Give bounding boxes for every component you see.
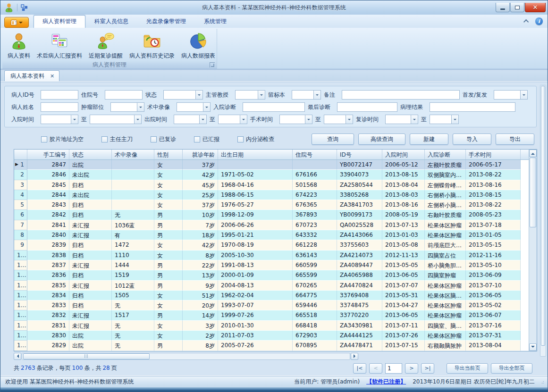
page-number-input[interactable] bbox=[385, 363, 402, 374]
table-row[interactable]: 122836归档1519男13岁2000-01-09665599ZA406598… bbox=[14, 270, 537, 280]
column-header-admit_diagnosis[interactable]: 入院诊断 bbox=[425, 150, 466, 159]
filter-combo-1-2[interactable] bbox=[177, 102, 211, 112]
last-page-button[interactable]: >| bbox=[421, 363, 434, 374]
filter-combo-2-0[interactable] bbox=[41, 115, 78, 124]
filter-combo-1-1[interactable] bbox=[110, 102, 144, 112]
scroll-up-icon[interactable] bbox=[529, 150, 537, 157]
info-icon[interactable]: i bbox=[535, 17, 543, 25]
checkbox-box-icon[interactable] bbox=[151, 136, 157, 142]
ribbon-tab-1[interactable]: 科室人员信息 bbox=[85, 15, 137, 28]
table-row[interactable]: 52843归档女37岁1976-05-27676365ZA38417032013… bbox=[14, 200, 537, 210]
filter-input-1-3[interactable] bbox=[243, 102, 305, 112]
column-header-num[interactable] bbox=[14, 150, 27, 159]
column-header-age[interactable]: 就诊年龄 bbox=[183, 150, 218, 159]
registration-link[interactable]: 【软件已注册】 bbox=[366, 378, 406, 386]
ribbon-button-report-tables[interactable]: 术后病人汇报资料 bbox=[34, 30, 85, 61]
checkbox-0[interactable]: 胶片地址为空 bbox=[41, 135, 84, 143]
combo-arrow-icon[interactable] bbox=[203, 103, 210, 111]
scroll-down-icon[interactable] bbox=[529, 343, 537, 351]
column-header-id_no[interactable]: ID号 bbox=[337, 150, 382, 159]
horizontal-scroll-thumb[interactable] bbox=[23, 353, 150, 359]
combo-arrow-icon[interactable] bbox=[451, 115, 458, 124]
filter-input-1-5[interactable] bbox=[430, 102, 515, 112]
table-row[interactable]: 162832未汇报1517男14岁1999-07-266655183377022… bbox=[14, 310, 537, 320]
action-button-0[interactable]: 查询 bbox=[312, 133, 354, 145]
table-row[interactable]: 152833归档无女20岁1993-07-0765944633748475201… bbox=[14, 300, 537, 310]
filter-combo-2-2[interactable] bbox=[174, 115, 207, 124]
ribbon-button-patient-person[interactable]: 病人资料 bbox=[4, 30, 34, 61]
combo-arrow-icon[interactable] bbox=[520, 91, 527, 99]
checkbox-box-icon[interactable] bbox=[237, 136, 244, 142]
combo-arrow-icon[interactable] bbox=[313, 91, 320, 99]
horizontal-scroll-track[interactable] bbox=[22, 353, 350, 360]
filter-input-0-1[interactable] bbox=[105, 90, 143, 100]
ribbon-tab-2[interactable]: 光盘录像带管理 bbox=[137, 15, 195, 28]
scroll-left-icon[interactable] bbox=[14, 353, 21, 360]
export-all-pages-button[interactable]: 导出全部页 bbox=[491, 363, 532, 374]
checkbox-box-icon[interactable] bbox=[41, 136, 47, 142]
ribbon-button-person-reminder[interactable]: 近期复诊提醒 bbox=[85, 30, 126, 61]
table-row[interactable]: 62842归档无男10岁1998-12-09367893YB0099173200… bbox=[14, 210, 537, 220]
action-button-1[interactable]: 高级查询 bbox=[358, 133, 405, 145]
dialog-launcher-icon[interactable] bbox=[210, 62, 215, 67]
scroll-right-icon[interactable] bbox=[351, 353, 358, 360]
combo-arrow-icon[interactable] bbox=[137, 103, 144, 111]
vertical-scroll-track[interactable] bbox=[529, 157, 537, 343]
column-header-gender[interactable]: 性别 bbox=[154, 150, 183, 159]
tab-patient-basic-info[interactable]: 病人基本资料 ✕ bbox=[4, 70, 59, 81]
ribbon-tab-3[interactable]: 系统管理 bbox=[195, 15, 236, 28]
filter-combo-2-6[interactable] bbox=[385, 115, 418, 124]
filter-combo-2-1[interactable] bbox=[90, 115, 142, 124]
checkbox-2[interactable]: 已复诊 bbox=[151, 135, 176, 143]
quick-access-toolbar-icon[interactable] bbox=[21, 4, 28, 11]
checkbox-box-icon[interactable] bbox=[101, 136, 108, 142]
filter-combo-0-3[interactable] bbox=[235, 90, 265, 100]
table-row[interactable]: 92839归档1472女42岁1970-08-19661228337556032… bbox=[14, 240, 537, 250]
combo-arrow-icon[interactable] bbox=[199, 115, 206, 124]
table-row[interactable]: 172831未汇报无女3岁2010-01-30668418ZA343098120… bbox=[14, 321, 537, 331]
table-row[interactable]: 1▶2847出院女37岁YB00721472006-05-12左额叶胶质瘤200… bbox=[14, 160, 537, 170]
combo-arrow-icon[interactable] bbox=[411, 115, 418, 124]
ribbon-tab-0[interactable]: 病人资料管理 bbox=[34, 15, 85, 28]
table-row[interactable]: 182830出院无女2岁2011-07-03672903ZA4444125201… bbox=[14, 331, 537, 341]
table-row[interactable]: 82840未汇报有男18岁1995-01-21643332ZA414306620… bbox=[14, 230, 537, 240]
next-page-button[interactable]: > bbox=[405, 363, 418, 374]
column-header-admission_no[interactable]: 住院号 bbox=[293, 150, 337, 159]
checkbox-1[interactable]: 主任主刀 bbox=[101, 135, 133, 143]
page-vertical-scrollbar[interactable] bbox=[540, 85, 546, 357]
table-row[interactable]: 32845归档女45岁1968-04-16501568ZA25805442013… bbox=[14, 180, 537, 190]
combo-arrow-icon[interactable] bbox=[134, 115, 141, 124]
table-row[interactable]: 22846未出院女42岁1971-05-02676166339040732013… bbox=[14, 170, 537, 180]
close-button[interactable]: ✕ bbox=[525, 3, 546, 12]
column-header-surgery_date[interactable]: 手术时间 bbox=[466, 150, 521, 159]
combo-arrow-icon[interactable] bbox=[346, 115, 353, 124]
export-current-page-button[interactable]: 导出当前页 bbox=[447, 363, 488, 374]
filter-input-0-0[interactable] bbox=[41, 90, 78, 100]
table-row[interactable]: 132835未汇报1012蓝男9岁2004-08-13670265ZA44708… bbox=[14, 281, 537, 291]
action-button-3[interactable]: 导入 bbox=[453, 133, 491, 145]
table-row[interactable]: 42844未出院女25岁1988-06-15674223338052682013… bbox=[14, 190, 537, 200]
checkbox-3[interactable]: 已汇报 bbox=[194, 135, 219, 143]
table-row[interactable]: 142834归档1505女51岁1962-02-0466477533769408… bbox=[14, 291, 537, 300]
filter-combo-2-5[interactable] bbox=[324, 115, 353, 124]
column-header-manual_no[interactable]: 手工编号 bbox=[27, 150, 69, 159]
combo-arrow-icon[interactable] bbox=[305, 115, 312, 124]
table-row[interactable]: 72841未汇报1036蓝男7岁2006-06-26670723QA002552… bbox=[14, 220, 537, 230]
filter-combo-2-3[interactable] bbox=[218, 115, 247, 124]
column-header-video[interactable]: 术中录像 bbox=[112, 150, 154, 159]
ribbon-button-pie-chart[interactable]: 病人数据报表 bbox=[178, 30, 219, 61]
filter-combo-2-7[interactable] bbox=[430, 115, 459, 124]
maximize-button[interactable] bbox=[510, 3, 524, 12]
column-header-status[interactable]: 状态 bbox=[69, 150, 112, 159]
combo-arrow-icon[interactable] bbox=[195, 91, 202, 99]
action-button-4[interactable]: 导出 bbox=[496, 133, 534, 145]
minimize-button[interactable] bbox=[496, 3, 510, 12]
app-menu-button[interactable] bbox=[4, 17, 29, 28]
checkbox-box-icon[interactable] bbox=[194, 136, 200, 142]
combo-arrow-icon[interactable] bbox=[240, 115, 247, 124]
table-row[interactable]: 112837未汇报1444男22岁1991-08-13660599ZA40894… bbox=[14, 260, 537, 270]
table-row[interactable]: 102838归档1110女8岁2005-10-30636143ZA4214073… bbox=[14, 250, 537, 260]
checkbox-4[interactable]: 内分泌检查 bbox=[237, 135, 274, 143]
vertical-scrollbar[interactable] bbox=[529, 150, 537, 351]
column-header-birth_date[interactable]: 出生日期 bbox=[218, 150, 293, 159]
